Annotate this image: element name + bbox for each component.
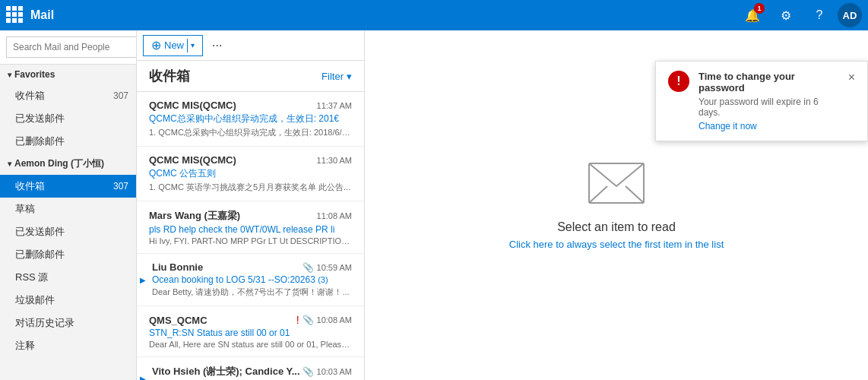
avatar[interactable]: AD xyxy=(838,3,862,27)
sidebar-item-label: 收件箱 xyxy=(15,179,113,193)
email-preview: Hi Ivy, FYI. PART-NO MRP PGr LT Ut DESCR… xyxy=(149,236,352,245)
sidebar-item-sent[interactable]: 已发送邮件 xyxy=(0,220,136,243)
email-preview: Dear All, Here are SN status are still 0… xyxy=(149,340,352,349)
sidebar-item-label: 已删除邮件 xyxy=(15,248,128,261)
sidebar-item-label: 收件箱 xyxy=(15,89,113,103)
sidebar-item-favorites-deleted[interactable]: 已删除邮件 xyxy=(0,130,136,153)
sidebar-item-junk[interactable]: 垃圾邮件 xyxy=(0,289,136,312)
email-list: ⊕ New ▾ ··· 收件箱 Filter ▾ QCMC M xyxy=(137,30,365,380)
main-layout: 🔍 ▾ Favorites 收件箱 307 已发送邮件 已删除邮件 ▾ Aemo… xyxy=(0,30,868,380)
search-input[interactable] xyxy=(6,36,133,58)
envelope-icon xyxy=(586,160,647,208)
sidebar-item-label: 对话历史记录 xyxy=(15,316,128,330)
email-sender: QCMC MIS(QCMC) xyxy=(149,100,236,111)
toast-close-button[interactable]: × xyxy=(848,71,855,84)
table-row[interactable]: QMS_QCMC ! 📎 10:08 AM STN_R:SN Status ar… xyxy=(137,306,364,357)
new-button[interactable]: ⊕ New ▾ xyxy=(143,35,203,56)
email-subject: QCMC 公告五则 xyxy=(149,167,352,180)
svg-line-2 xyxy=(626,186,644,203)
sidebar-item-label: 注释 xyxy=(15,339,128,353)
email-time: 11:37 AM xyxy=(317,101,352,110)
attachment-icon: 📎 xyxy=(303,366,314,377)
filter-label: Filter xyxy=(322,71,344,82)
sidebar-item-favorites-inbox[interactable]: 收件箱 307 xyxy=(0,84,136,107)
sidebar: 🔍 ▾ Favorites 收件箱 307 已发送邮件 已删除邮件 ▾ Aemo… xyxy=(0,30,137,380)
email-sender: QCMC MIS(QCMC) xyxy=(149,154,236,166)
help-button[interactable]: ? xyxy=(804,0,835,30)
inbox-title: 收件箱 xyxy=(149,67,190,85)
chevron-down-icon: ▾ xyxy=(347,71,352,82)
email-sender: Mars Wang (王嘉梁) xyxy=(149,209,240,223)
topbar: Mail 🔔 1 ⚙ ? AD xyxy=(0,0,868,30)
table-row[interactable]: Mars Wang (王嘉梁) 11:08 AM pls RD help che… xyxy=(137,201,364,254)
select-message: Select an item to read xyxy=(557,220,676,234)
apps-icon[interactable] xyxy=(6,6,24,24)
email-list-header: 收件箱 Filter ▾ xyxy=(137,61,364,92)
email-preview: 1. QCMC 英语学习挑战赛之5月月赛获奖名单 此公告... xyxy=(149,182,352,193)
email-toolbar: ⊕ New ▾ ··· xyxy=(137,30,364,61)
click-first-item-link[interactable]: Click here to always select the first it… xyxy=(509,239,724,250)
settings-button[interactable]: ⚙ xyxy=(771,0,801,30)
email-list-scroll[interactable]: QCMC MIS(QCMC) 11:37 AM QCMC总采购中心组织异动完成，… xyxy=(137,92,364,380)
email-time: 10:59 AM xyxy=(317,263,352,272)
email-sender: Vito Hsieh (谢士荣); Candice Y... xyxy=(152,365,300,378)
email-subject: STN_R:SN Status are still 00 or 01 xyxy=(149,328,352,338)
table-row[interactable]: ▶ Liu Bonnie 📎 10:59 AM Ocean booking to… xyxy=(137,254,364,306)
sidebar-item-count: 307 xyxy=(113,90,128,101)
sidebar-item-favorites-sent[interactable]: 已发送邮件 xyxy=(0,107,136,130)
email-subject: QCMC总采购中心组织异动完成，生效日: 201€ xyxy=(149,112,352,125)
expand-thread-icon[interactable]: ▶ xyxy=(140,276,146,284)
expand-thread-icon[interactable]: ▶ xyxy=(140,375,146,381)
attachment-icon: 📎 xyxy=(303,315,314,325)
sidebar-item-rss[interactable]: RSS 源 xyxy=(0,266,136,289)
notification-button[interactable]: 🔔 1 xyxy=(737,0,768,30)
sidebar-item-label: 已发送邮件 xyxy=(15,225,128,239)
thread-count: (3) xyxy=(318,275,328,284)
sidebar-item-conversation-history[interactable]: 对话历史记录 xyxy=(0,312,136,334)
search-bar: 🔍 xyxy=(0,30,136,65)
app-title: Mail xyxy=(30,8,54,22)
more-options-button[interactable]: ··· xyxy=(206,36,228,55)
new-label: New xyxy=(164,40,184,51)
email-time: 11:08 AM xyxy=(317,211,352,220)
chevron-down-icon: ▾ xyxy=(8,160,11,168)
toast-notification: ! Time to change your password Your pass… xyxy=(655,61,868,141)
favorites-label: Favorites xyxy=(14,69,55,80)
email-preview: Dear Betty, 请速协助，不然7号出不了货啊！谢谢！... xyxy=(152,287,352,298)
table-row[interactable]: QCMC MIS(QCMC) 11:30 AM QCMC 公告五则 1. QCM… xyxy=(137,147,364,201)
favorites-section-header[interactable]: ▾ Favorites xyxy=(0,65,136,84)
sidebar-item-notes[interactable]: 注释 xyxy=(0,334,136,357)
toast-title: Time to change your password xyxy=(699,71,839,93)
sidebar-item-inbox[interactable]: 收件箱 307 xyxy=(0,175,136,198)
filter-button[interactable]: Filter ▾ xyxy=(322,71,352,82)
email-time: 10:08 AM xyxy=(317,315,352,325)
sidebar-item-label: 草稿 xyxy=(15,202,128,216)
account-label: Aemon Ding (丁小恒) xyxy=(14,157,104,170)
importance-icon: ! xyxy=(296,314,299,326)
sidebar-item-drafts[interactable]: 草稿 xyxy=(0,198,136,220)
topbar-icons: 🔔 1 ⚙ ? AD xyxy=(737,0,862,30)
table-row[interactable]: ▶ Vito Hsieh (谢士荣); Candice Y... 📎 10:03… xyxy=(137,357,364,380)
toast-change-link[interactable]: Change it now xyxy=(699,121,839,131)
warning-icon: ! xyxy=(668,71,689,92)
attachment-icon: 📎 xyxy=(303,262,314,273)
sidebar-item-deleted[interactable]: 已删除邮件 xyxy=(0,243,136,266)
email-time: 10:03 AM xyxy=(317,367,352,376)
account-section-header[interactable]: ▾ Aemon Ding (丁小恒) xyxy=(0,153,136,175)
sidebar-item-label: RSS 源 xyxy=(15,271,128,284)
sidebar-item-label: 已发送邮件 xyxy=(15,112,128,125)
email-sender: Liu Bonnie xyxy=(152,261,203,273)
sidebar-item-label: 垃圾邮件 xyxy=(15,293,128,307)
table-row[interactable]: QCMC MIS(QCMC) 11:37 AM QCMC总采购中心组织异动完成，… xyxy=(137,92,364,147)
email-subject: pls RD help check the 0WT/0WL release PR… xyxy=(149,224,352,235)
email-subject: Ocean booking to LOG 5/31 --SO:20263 (3) xyxy=(152,274,352,285)
chevron-down-icon[interactable]: ▾ xyxy=(187,39,195,52)
reading-pane: Select an item to read Click here to alw… xyxy=(365,30,868,380)
email-sender: QMS_QCMC xyxy=(149,315,207,326)
toast-body: Your password will expire in 6 days. xyxy=(699,97,839,118)
chevron-down-icon: ▾ xyxy=(8,71,11,79)
content-area: ⊕ New ▾ ··· 收件箱 Filter ▾ QCMC M xyxy=(137,30,868,380)
toast-content: Time to change your password Your passwo… xyxy=(699,71,839,131)
email-preview: 1. QCMC总采购中心组织异动完成，生效日: 2018/6/5... xyxy=(149,127,352,138)
sidebar-item-label: 已删除邮件 xyxy=(15,135,128,148)
